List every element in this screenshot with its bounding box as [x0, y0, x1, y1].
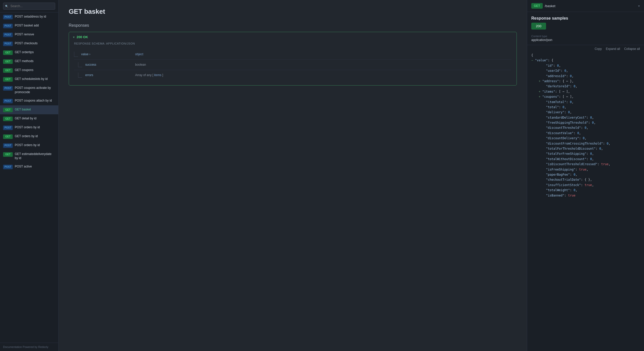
chevron-down-icon[interactable]: ▾ [638, 4, 640, 8]
schema-label: RESPONSE SCHEMA: application/json [74, 42, 511, 45]
field-name-errors: errors [85, 73, 93, 77]
sidebar-item-5[interactable]: GETGET methods [0, 57, 58, 66]
sidebar-item-1[interactable]: POSTPOST basket add [0, 21, 58, 30]
code-line-1: − "value": { [531, 58, 640, 63]
sidebar-item-14[interactable]: POSTPOST orders by id [0, 141, 58, 150]
sidebar-item-label-15: GET estimateddeliverydate by id [15, 152, 55, 161]
method-badge-15: GET [3, 152, 13, 157]
main-content: GET basket Responses ▾ 200 OK RESPONSE S… [59, 0, 527, 351]
code-line-10: "total": 0, [531, 105, 640, 110]
sidebar-item-label-11: GET detail by id [15, 116, 36, 121]
sidebar-item-label-2: POST remove [15, 32, 34, 37]
method-badge-2: POST [3, 33, 13, 37]
method-badge-13: GET [3, 134, 13, 139]
sidebar-item-10[interactable]: GETGET basket [0, 105, 58, 114]
method-badge-5: GET [3, 59, 13, 64]
code-line-2: "id": 0, [531, 63, 640, 68]
method-badge-10: GET [3, 108, 13, 112]
search-wrapper [3, 3, 55, 10]
method-badge-16: POST [3, 165, 13, 169]
sidebar-item-label-3: POST checkouts [15, 41, 38, 46]
sidebar-item-4[interactable]: GETGET ordertips [0, 48, 58, 57]
sidebar-item-0[interactable]: POSTPOST setaddress by id [0, 12, 58, 21]
sidebar-item-15[interactable]: GETGET estimateddeliverydate by id [0, 150, 58, 163]
method-badge-6: GET [3, 68, 13, 73]
code-line-22: "isFreeShipping": true, [531, 167, 640, 172]
code-line-27: "isBanned": true [531, 193, 640, 198]
sidebar-item-9[interactable]: POSTPOST coupons attach by id [0, 96, 58, 105]
sidebar-item-label-6: GET coupons [15, 68, 33, 72]
method-badge-4: GET [3, 50, 13, 55]
method-badge-9: POST [3, 99, 13, 103]
sidebar-item-label-13: GET orders by id [15, 134, 38, 138]
code-line-8: + "coupons": [ ⋯ ], [531, 94, 640, 99]
schema-key-errors: errors [74, 73, 130, 78]
sidebar-item-label-14: POST orders by id [15, 143, 40, 147]
content-type-value: application/json [531, 38, 640, 42]
expand-all-button[interactable]: Expand all [606, 47, 620, 51]
code-line-9: "itemTotal": 0, [531, 100, 640, 105]
responses-heading: Responses [69, 23, 517, 28]
content-type-label: Content type [531, 35, 640, 38]
code-line-25: "insufficientStock": true, [531, 182, 640, 188]
response-schema: RESPONSE SCHEMA: application/json value … [69, 42, 517, 85]
sidebar-item-label-7: GET scheduleslots by id [15, 77, 48, 81]
endpoint-path: /basket [545, 4, 636, 8]
method-badge-12: POST [3, 125, 13, 130]
sidebar-item-label-1: POST basket add [15, 23, 39, 28]
code-line-4: "addressId": 0, [531, 74, 640, 79]
method-badge-7: GET [3, 77, 13, 82]
code-line-0: { [531, 53, 640, 58]
sidebar-item-13[interactable]: GETGET orders by id [0, 132, 58, 141]
sidebar-item-6[interactable]: GETGET coupons [0, 66, 58, 75]
sidebar-item-16[interactable]: POSTPOST active [0, 162, 58, 171]
code-actions: Copy Expand all Collapse all [527, 45, 644, 53]
field-type-errors: Array of any [ items ] [135, 73, 163, 77]
method-badge-8: POST [3, 86, 13, 91]
endpoint-method-badge: GET [531, 3, 543, 9]
code-line-24: "checkoutTrialDate": { }, [531, 177, 640, 182]
sidebar-item-label-5: GET methods [15, 59, 34, 63]
sidebar-item-12[interactable]: POSTPOST orders by id [0, 123, 58, 132]
sidebar-item-label-10: GET basket [15, 107, 31, 112]
code-line-16: "discountDelivery": 0, [531, 136, 640, 141]
sidebar-item-11[interactable]: GETGET detail by id [0, 114, 58, 123]
status-tab-200[interactable]: 200 [531, 23, 546, 30]
code-line-12: "standardDeliveryCost": 0, [531, 115, 640, 120]
collapse-all-button[interactable]: Collapse all [624, 47, 640, 51]
schema-row-success: success boolean [74, 60, 511, 70]
response-header[interactable]: ▾ 200 OK [69, 32, 517, 42]
response-item-200: ▾ 200 OK RESPONSE SCHEMA: application/js… [69, 32, 517, 86]
method-badge-1: POST [3, 24, 13, 28]
method-badge-0: POST [3, 15, 13, 19]
sidebar-item-label-16: POST active [15, 164, 32, 169]
field-name-value: value › [81, 52, 90, 56]
method-badge-3: POST [3, 41, 13, 46]
code-line-15: "discountValue": 0, [531, 131, 640, 136]
sidebar-item-2[interactable]: POSTPOST remove [0, 30, 58, 39]
code-line-13: "freeShippingThreshold": 0, [531, 120, 640, 125]
status-tabs: 200 [527, 23, 644, 33]
sidebar-item-label-8: POST coupons activate by promocode [15, 86, 55, 94]
endpoint-selector[interactable]: GET /basket ▾ [527, 0, 644, 12]
sidebar-item-label-9: POST coupons attach by id [15, 99, 52, 103]
sidebar-item-label-0: POST setaddress by id [15, 15, 46, 19]
field-type-value: object [135, 52, 143, 56]
sidebar: POSTPOST setaddress by idPOSTPOST basket… [0, 0, 59, 351]
sidebar-item-label-4: GET ordertips [15, 50, 34, 54]
code-line-5: + "address": { ⋯ }, [531, 79, 640, 84]
search-bar [0, 0, 58, 12]
schema-key-value: value › [74, 52, 130, 57]
code-line-3: "userId": 0, [531, 68, 640, 73]
field-type-success: boolean [135, 63, 146, 66]
sidebar-item-8[interactable]: POSTPOST coupons activate by promocode [0, 84, 58, 96]
code-line-20: "totalWithoutDiscount": 0, [531, 157, 640, 162]
copy-button[interactable]: Copy [595, 47, 602, 51]
sidebar-item-3[interactable]: POSTPOST checkouts [0, 39, 58, 48]
responses-section: Responses ▾ 200 OK RESPONSE SCHEMA: appl… [69, 23, 517, 86]
sidebar-item-7[interactable]: GETGET scheduleslots by id [0, 75, 58, 84]
response-samples-title: Response samples [527, 12, 644, 23]
search-input[interactable] [3, 3, 55, 10]
chevron-down-icon: ▾ [73, 35, 75, 39]
code-line-23: "paperBagFee": 0, [531, 172, 640, 177]
